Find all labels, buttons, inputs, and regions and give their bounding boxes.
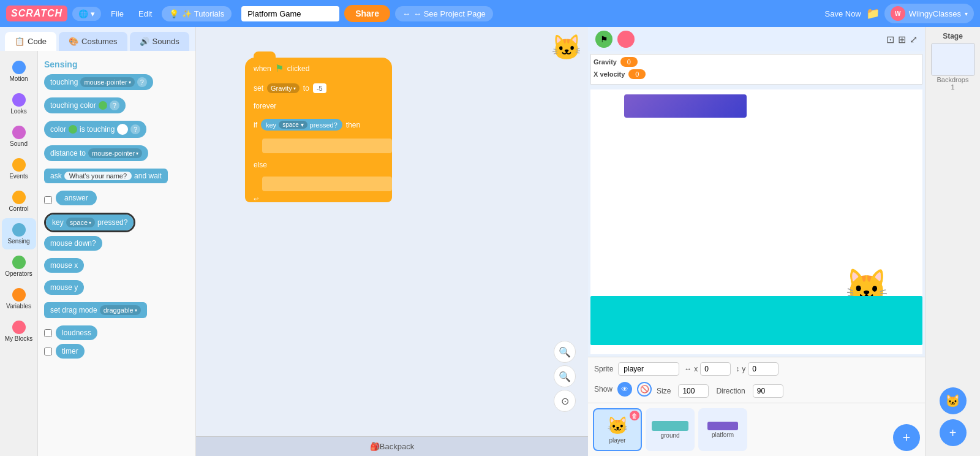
sidebar-item-sensing[interactable]: Sensing bbox=[2, 218, 36, 249]
stage-extra-button[interactable]: + bbox=[940, 419, 967, 446]
edit-menu[interactable]: Edit bbox=[134, 7, 157, 21]
left-panel: 📋 Code 🎨 Costumes 🔊 Sounds Motion bbox=[0, 27, 196, 456]
sidebar-item-motion[interactable]: Motion bbox=[2, 56, 36, 87]
show-hidden-button[interactable]: 🚫 bbox=[637, 382, 652, 397]
tutorials-button[interactable]: 💡 ✨ Tutorials bbox=[162, 6, 232, 21]
backpack-bar[interactable]: 🎒 Backpack bbox=[196, 436, 588, 456]
block-else[interactable]: else bbox=[245, 157, 392, 173]
project-name-input[interactable] bbox=[241, 6, 339, 21]
add-sprite-button[interactable]: + bbox=[893, 424, 920, 451]
key-dropdown[interactable]: space ▾ bbox=[66, 218, 95, 227]
block-timer[interactable]: timer bbox=[56, 344, 85, 359]
loudness-checkbox[interactable] bbox=[44, 329, 52, 337]
stage-compress-button[interactable]: ⊡ bbox=[886, 34, 894, 45]
x-input[interactable] bbox=[700, 362, 731, 376]
block-mouse-down[interactable]: mouse down? bbox=[44, 236, 102, 251]
stage-expand-button[interactable]: ⊞ bbox=[898, 34, 906, 45]
platform-label: platform bbox=[712, 431, 734, 438]
sidebar-item-myblocks[interactable]: My Blocks bbox=[2, 316, 36, 347]
hat-block-when-clicked[interactable]: when ⚑ clicked bbox=[245, 58, 392, 79]
events-dot bbox=[12, 158, 26, 172]
tab-sounds[interactable]: 🔊 Sounds bbox=[130, 32, 189, 51]
zoom-out-icon: 🔍 bbox=[559, 371, 571, 382]
block-mouse-y[interactable]: mouse y bbox=[44, 280, 84, 295]
size-input[interactable] bbox=[678, 384, 709, 398]
tabs-bar: 📋 Code 🎨 Costumes 🔊 Sounds bbox=[0, 27, 195, 51]
block-set-gravity[interactable]: set Gravity ▾ to -5 bbox=[245, 79, 392, 97]
tab-code[interactable]: 📋 Code bbox=[5, 32, 56, 51]
user-area[interactable]: W WiingyClasses ▾ bbox=[884, 4, 974, 23]
y-input[interactable] bbox=[748, 362, 778, 376]
globe-button[interactable]: 🌐 ▾ bbox=[72, 7, 101, 21]
gravity-value: -5 bbox=[313, 83, 326, 93]
share-button[interactable]: Share bbox=[344, 5, 390, 22]
gravity-monitor: Gravity 0 bbox=[594, 57, 919, 67]
answer-checkbox[interactable] bbox=[44, 196, 52, 204]
stage-main: ⚑ ⊡ ⊞ ⤢ Gravity 0 X velocity 0 bbox=[588, 27, 925, 456]
folder-icon[interactable]: 📁 bbox=[866, 7, 880, 20]
variables-dot bbox=[12, 288, 26, 302]
stage-bottom-buttons: 🐱 + bbox=[940, 387, 967, 451]
x-arrow-icon: ↔ bbox=[684, 365, 692, 373]
sprite-x-coord: ↔ x bbox=[684, 362, 731, 376]
green-flag-button[interactable]: ⚑ bbox=[595, 31, 612, 48]
sprite-delete-player[interactable]: 🗑 bbox=[630, 411, 639, 420]
block-ask[interactable]: ask What's your name? and wait bbox=[44, 169, 168, 183]
direction-input[interactable] bbox=[753, 384, 783, 398]
scratch-logo[interactable]: SCRATCH bbox=[6, 6, 67, 21]
block-distance-to[interactable]: distance to mouse-pointer ▾ bbox=[44, 145, 148, 161]
tab-costumes[interactable]: 🎨 Costumes bbox=[59, 32, 127, 51]
zoom-reset-button[interactable]: ⊙ bbox=[554, 390, 576, 412]
zoom-in-button[interactable]: 🔍 bbox=[554, 341, 576, 363]
distance-dropdown[interactable]: mouse-pointer ▾ bbox=[88, 148, 142, 158]
else-empty-slot bbox=[262, 177, 392, 191]
block-forever[interactable]: forever bbox=[245, 97, 392, 115]
size-dir-row: Size Direction bbox=[657, 384, 783, 398]
file-menu[interactable]: File bbox=[106, 7, 129, 21]
see-project-button[interactable]: ↔ ↔ See Project Page bbox=[395, 6, 493, 21]
ground-thumb-rect bbox=[652, 421, 688, 431]
sidebar-item-operators[interactable]: Operators bbox=[2, 251, 36, 282]
stop-button[interactable] bbox=[617, 31, 635, 48]
sidebar-item-looks[interactable]: Looks bbox=[2, 88, 36, 120]
sidebar-item-sound[interactable]: Sound bbox=[2, 121, 36, 152]
blocks-panel: Sensing touching mouse-pointer ▾ ? touch… bbox=[38, 51, 195, 456]
stage-fullscreen-button[interactable]: ⤢ bbox=[910, 34, 918, 45]
timer-checkbox[interactable] bbox=[44, 348, 52, 355]
sprite-thumb-player[interactable]: 🗑 🐱 player bbox=[593, 408, 642, 451]
block-answer[interactable]: answer bbox=[56, 191, 97, 205]
control-label: Control bbox=[9, 205, 28, 212]
block-if[interactable]: if key space ▾ pressed? then bbox=[245, 115, 392, 135]
color-oval bbox=[69, 125, 77, 134]
drag-dropdown[interactable]: draggable ▾ bbox=[100, 305, 141, 315]
block-touching[interactable]: touching mouse-pointer ▾ ? bbox=[44, 74, 153, 90]
sidebar-item-control[interactable]: Control bbox=[2, 186, 36, 217]
canvas-area: 🐱 when ⚑ clicked set bbox=[196, 27, 588, 456]
touching-dropdown[interactable]: mouse-pointer ▾ bbox=[80, 77, 134, 87]
sprite-name-input[interactable] bbox=[618, 362, 679, 376]
sprite-thumb-ground[interactable]: ground bbox=[646, 408, 695, 451]
size-label: Size bbox=[657, 387, 671, 395]
sidebar-item-events[interactable]: Events bbox=[2, 153, 36, 184]
gravity-dropdown[interactable]: Gravity ▾ bbox=[267, 83, 300, 93]
ground-sprite bbox=[590, 296, 922, 345]
stage-right-panel: Stage Backdrops 1 🐱 + bbox=[925, 27, 980, 456]
add-backdrop-button[interactable]: 🐱 bbox=[940, 387, 967, 414]
zoom-out-button[interactable]: 🔍 bbox=[554, 365, 576, 387]
save-now-button[interactable]: Save Now bbox=[825, 9, 861, 18]
zoom-reset-icon: ⊙ bbox=[561, 395, 569, 407]
block-set-drag[interactable]: set drag mode draggable ▾ bbox=[44, 302, 147, 318]
sprite-thumb-platform[interactable]: platform bbox=[698, 408, 747, 451]
show-visible-button[interactable]: 👁 bbox=[617, 382, 632, 397]
color-circle-green bbox=[99, 101, 107, 110]
sidebar-item-variables[interactable]: Variables bbox=[2, 283, 36, 314]
block-mouse-x[interactable]: mouse x bbox=[44, 258, 84, 273]
motion-dot bbox=[12, 61, 26, 74]
block-color-touching[interactable]: color is touching ? bbox=[44, 121, 146, 138]
hat-block-container: when ⚑ clicked bbox=[245, 58, 392, 79]
block-touching-color[interactable]: touching color ? bbox=[44, 97, 126, 113]
block-key-pressed[interactable]: key space ▾ pressed? bbox=[46, 215, 134, 230]
block-loudness[interactable]: loudness bbox=[56, 325, 97, 340]
xvelocity-monitor: X velocity 0 bbox=[594, 69, 919, 79]
motion-label: Motion bbox=[9, 75, 28, 82]
